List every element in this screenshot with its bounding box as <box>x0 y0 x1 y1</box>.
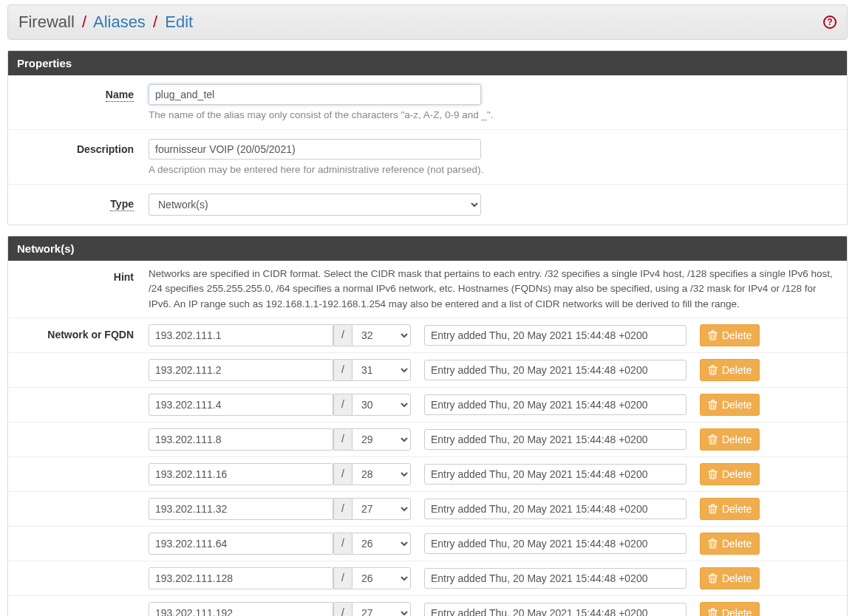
entry-description-input[interactable] <box>424 429 687 450</box>
name-label: Name <box>16 84 149 120</box>
entry-description-input[interactable] <box>424 464 687 485</box>
trash-icon <box>708 434 718 445</box>
entry-description-input[interactable] <box>424 533 687 554</box>
network-ip-input[interactable] <box>149 394 333 416</box>
delete-button[interactable]: Delete <box>700 498 760 520</box>
hint-text: Networks are specified in CIDR format. S… <box>149 267 839 312</box>
network-entry-row: /27Delete <box>8 596 847 616</box>
name-help-text: The name of the alias may only consist o… <box>149 109 839 120</box>
trash-icon <box>708 330 718 340</box>
network-entry-row: /29Delete <box>8 422 847 457</box>
breadcrumb-root: Firewall <box>18 13 75 31</box>
network-ip-input[interactable] <box>149 498 333 520</box>
entry-description-input[interactable] <box>424 603 687 616</box>
network-ip-input[interactable] <box>149 428 333 451</box>
breadcrumb-edit-link[interactable]: Edit <box>165 13 193 31</box>
cidr-slash: / <box>333 359 352 381</box>
hint-label: Hint <box>16 267 149 312</box>
cidr-select[interactable]: 30 <box>352 394 411 416</box>
cidr-select[interactable]: 32 <box>352 324 411 346</box>
cidr-slash: / <box>333 324 352 346</box>
network-entry-row: /26Delete <box>8 561 847 596</box>
networks-panel: Network(s) Hint Networks are specified i… <box>7 236 848 616</box>
trash-icon <box>708 504 718 514</box>
network-ip-input[interactable] <box>149 324 333 346</box>
cidr-slash: / <box>333 567 352 589</box>
cidr-slash: / <box>333 533 352 555</box>
breadcrumb-sep: / <box>82 13 86 31</box>
delete-label: Delete <box>722 434 752 445</box>
cidr-select[interactable]: 29 <box>352 428 411 451</box>
trash-icon <box>708 538 718 549</box>
delete-button[interactable]: Delete <box>700 324 760 346</box>
network-entry-row: /30Delete <box>8 388 847 422</box>
network-ip-input[interactable] <box>149 602 333 616</box>
cidr-select[interactable]: 28 <box>352 463 411 485</box>
cidr-slash: / <box>333 428 352 451</box>
networks-heading: Network(s) <box>8 236 847 261</box>
properties-panel: Properties Name The name of the alias ma… <box>7 50 848 225</box>
entry-description-input[interactable] <box>424 394 687 415</box>
breadcrumb-aliases-link[interactable]: Aliases <box>93 13 146 31</box>
trash-icon <box>708 469 718 479</box>
entry-description-input[interactable] <box>424 325 687 346</box>
network-or-fqdn-label <box>16 498 149 520</box>
trash-icon <box>708 608 718 616</box>
network-or-fqdn-label <box>16 428 149 451</box>
trash-icon <box>708 365 718 375</box>
cidr-select[interactable]: 27 <box>352 498 411 520</box>
delete-button[interactable]: Delete <box>700 428 760 451</box>
page-header: Firewall / Aliases / Edit ? <box>7 4 848 40</box>
entry-description-input[interactable] <box>424 568 687 589</box>
description-help-text: A description may be entered here for ad… <box>149 164 839 175</box>
delete-button[interactable]: Delete <box>700 602 760 616</box>
help-icon[interactable]: ? <box>823 16 837 29</box>
delete-button[interactable]: Delete <box>700 359 760 381</box>
trash-icon <box>708 573 718 584</box>
breadcrumb: Firewall / Aliases / Edit <box>18 13 193 32</box>
delete-label: Delete <box>722 468 752 480</box>
description-input[interactable] <box>149 139 481 160</box>
delete-label: Delete <box>722 399 752 411</box>
network-ip-input[interactable] <box>149 533 333 555</box>
trash-icon <box>708 400 718 410</box>
delete-label: Delete <box>722 329 752 341</box>
delete-label: Delete <box>722 503 752 515</box>
cidr-select[interactable]: 27 <box>352 602 411 616</box>
breadcrumb-sep: / <box>153 13 157 31</box>
name-input[interactable] <box>149 84 481 105</box>
cidr-slash: / <box>333 463 352 485</box>
network-or-fqdn-label <box>16 463 149 485</box>
properties-heading: Properties <box>8 51 847 75</box>
type-label: Type <box>16 194 149 216</box>
entry-description-input[interactable] <box>424 499 687 519</box>
network-or-fqdn-label <box>16 602 149 616</box>
network-or-fqdn-label <box>16 567 149 589</box>
delete-label: Delete <box>722 364 752 376</box>
cidr-slash: / <box>333 498 352 520</box>
type-select[interactable]: Network(s) <box>149 194 481 216</box>
delete-label: Delete <box>722 607 752 616</box>
network-entry-row: Network or FQDN/32Delete <box>8 318 847 353</box>
cidr-select[interactable]: 26 <box>352 567 411 589</box>
cidr-select[interactable]: 26 <box>352 533 411 555</box>
delete-label: Delete <box>722 572 752 584</box>
network-ip-input[interactable] <box>149 463 333 485</box>
network-or-fqdn-label <box>16 359 149 381</box>
network-entry-row: /27Delete <box>8 492 847 527</box>
delete-button[interactable]: Delete <box>700 463 760 485</box>
network-ip-input[interactable] <box>149 567 333 589</box>
entry-description-input[interactable] <box>424 360 687 380</box>
delete-button[interactable]: Delete <box>700 533 760 555</box>
network-ip-input[interactable] <box>149 359 333 381</box>
delete-button[interactable]: Delete <box>700 567 760 589</box>
network-or-fqdn-label: Network or FQDN <box>16 324 149 346</box>
network-entry-row: /28Delete <box>8 457 847 492</box>
delete-label: Delete <box>722 538 752 550</box>
cidr-select[interactable]: 31 <box>352 359 411 381</box>
cidr-slash: / <box>333 394 352 416</box>
network-entry-row: /31Delete <box>8 353 847 388</box>
network-or-fqdn-label <box>16 394 149 416</box>
delete-button[interactable]: Delete <box>700 394 760 416</box>
cidr-slash: / <box>333 602 352 616</box>
